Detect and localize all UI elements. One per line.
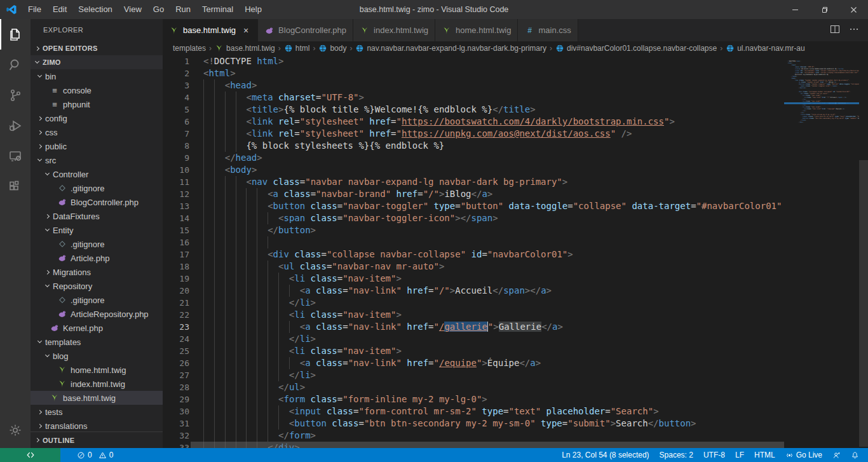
tree-item-config[interactable]: config <box>31 111 163 125</box>
code-line-21[interactable]: 21 </li> <box>163 297 784 309</box>
code-line-10[interactable]: 10 <body> <box>163 164 784 176</box>
code-area[interactable]: 1<!DOCTYPE html>2<html>3 <head>4 <meta c… <box>163 55 784 448</box>
breadcrumb-base.html.twig[interactable]: base.html.twig <box>215 44 275 53</box>
problems-status[interactable]: 0 0 <box>72 448 118 462</box>
settings-gear-icon[interactable] <box>0 415 31 445</box>
tree-item-phpunit[interactable]: ≡phpunit <box>31 97 163 111</box>
menu-terminal[interactable]: Terminal <box>196 0 239 19</box>
tab-BlogController.php[interactable]: BlogController.php <box>258 19 353 41</box>
tree-item-blog[interactable]: blog <box>31 349 163 363</box>
code-line-22[interactable]: 22 <li class="nav-item"> <box>163 309 784 321</box>
encoding-status[interactable]: UTF-8 <box>698 448 730 462</box>
horizontal-scrollbar[interactable] <box>191 442 784 448</box>
tree-item-Migrations[interactable]: Migrations <box>31 265 163 279</box>
more-actions-icon[interactable] <box>849 24 859 37</box>
remote-indicator[interactable] <box>0 448 60 462</box>
code-line-6[interactable]: 6 <link rel="stylesheet" href="https://b… <box>163 116 784 128</box>
code-line-13[interactable]: 13 <button class="navbar-toggler" type="… <box>163 200 784 212</box>
code-line-26[interactable]: 26 <a class="nav-link" href="/equipe">Éq… <box>163 357 784 369</box>
tree-item-templates[interactable]: templates <box>31 335 163 349</box>
tree-item-public[interactable]: public <box>31 139 163 153</box>
code-line-28[interactable]: 28 </ul> <box>163 381 784 393</box>
tree-item-ArticleRepository.php[interactable]: ArticleRepository.php <box>31 307 163 321</box>
code-line-17[interactable]: 17 <div class="collapse navbar-collapse"… <box>163 248 784 261</box>
code-line-25[interactable]: 25 <li class="nav-item"> <box>163 345 784 357</box>
tree-item-Entity[interactable]: Entity <box>31 223 163 237</box>
code-line-9[interactable]: 9 </head> <box>163 152 784 164</box>
source-control-icon[interactable] <box>0 80 31 111</box>
go-live-button[interactable]: Go Live <box>780 448 827 462</box>
tab-main.css[interactable]: #main.css <box>518 19 578 41</box>
close-icon[interactable] <box>839 0 868 19</box>
code-line-32[interactable]: 32 </form> <box>163 430 784 442</box>
code-line-3[interactable]: 3 <head> <box>163 79 784 92</box>
breadcrumb-body[interactable]: body <box>318 44 346 53</box>
tree-item-index.html.twig[interactable]: index.html.twig <box>31 377 163 391</box>
eol-status[interactable]: LF <box>730 448 749 462</box>
section-open-editors[interactable]: OPEN EDITORS <box>31 41 163 55</box>
tab-base.html.twig[interactable]: base.html.twig× <box>163 19 258 41</box>
breadcrumb-div#navbarColor01.collapse.navbar-collapse[interactable]: div#navbarColor01.collapse.navbar-collap… <box>555 44 717 53</box>
tree-item-Repository[interactable]: Repository <box>31 279 163 293</box>
minimap[interactable]: <!DOCTYPE html><html> <head> <meta chars… <box>784 55 859 448</box>
tree-item-.gitignore[interactable]: .gitignore <box>31 293 163 307</box>
menu-file[interactable]: File <box>22 0 47 19</box>
split-editor-icon[interactable] <box>830 24 840 37</box>
menu-go[interactable]: Go <box>147 0 170 19</box>
language-mode[interactable]: HTML <box>749 448 780 462</box>
tree-item-.gitignore[interactable]: .gitignore <box>31 181 163 195</box>
run-debug-icon[interactable] <box>0 111 31 141</box>
tab-index.html.twig[interactable]: index.html.twig <box>353 19 435 41</box>
tree-item-Kernel.php[interactable]: Kernel.php <box>31 321 163 335</box>
section-outline[interactable]: OUTLINE <box>31 431 163 448</box>
code-line-4[interactable]: 4 <meta charset="UTF-8"> <box>163 92 784 104</box>
tree-item-css[interactable]: css <box>31 125 163 139</box>
restore-icon[interactable] <box>810 0 839 19</box>
tree-item-home.html.twig[interactable]: home.html.twig <box>31 363 163 377</box>
menu-selection[interactable]: Selection <box>72 0 118 19</box>
section-project-zimo[interactable]: ZIMO <box>31 55 163 69</box>
tree-item-console[interactable]: ≡console <box>31 83 163 97</box>
tree-item-bin[interactable]: bin <box>31 69 163 83</box>
code-line-11[interactable]: 11 <nav class="navbar navbar-expand-lg n… <box>163 176 784 188</box>
tree-item-Article.php[interactable]: Article.php <box>31 251 163 265</box>
breadcrumb-html[interactable]: html <box>284 44 310 53</box>
remote-explorer-icon[interactable] <box>0 141 31 172</box>
tab-home.html.twig[interactable]: home.html.twig <box>435 19 518 41</box>
tree-item-base.html.twig[interactable]: base.html.twig <box>31 391 163 405</box>
tree-item-tests[interactable]: tests <box>31 405 163 419</box>
tree-item-BlogController.php[interactable]: BlogController.php <box>31 195 163 209</box>
feedback-icon[interactable] <box>827 448 846 462</box>
code-line-15[interactable]: 15 </button> <box>163 224 784 236</box>
code-line-31[interactable]: 31 <button class="btn btn-secondary my-2… <box>163 418 784 430</box>
code-line-1[interactable]: 1<!DOCTYPE html> <box>163 55 784 67</box>
code-line-7[interactable]: 7 <link rel="stylesheet" href="https://u… <box>163 128 784 140</box>
vertical-scrollbar[interactable] <box>859 55 868 448</box>
minimize-icon[interactable] <box>780 0 810 19</box>
breadcrumb-ul.navbar-nav.mr-au[interactable]: ul.navbar-nav.mr-au <box>726 44 805 53</box>
cursor-position[interactable]: Ln 23, Col 54 (8 selected) <box>557 448 654 462</box>
tree-item-DataFixtures[interactable]: DataFixtures <box>31 209 163 223</box>
explorer-icon[interactable] <box>0 19 31 50</box>
code-line-20[interactable]: 20 <a class="nav-link" href="/">Accueil<… <box>163 285 784 297</box>
code-line-27[interactable]: 27 </li> <box>163 369 784 381</box>
tree-item-Controller[interactable]: Controller <box>31 167 163 181</box>
tab-close-icon[interactable]: × <box>241 25 251 36</box>
menu-run[interactable]: Run <box>170 0 196 19</box>
breadcrumb-templates[interactable]: templates <box>173 44 206 53</box>
code-line-18[interactable]: 18 <ul class="navbar-nav mr-auto"> <box>163 261 784 273</box>
code-line-8[interactable]: 8 {% block stylesheets %}{% endblock %} <box>163 140 784 152</box>
code-line-23[interactable]: 23 <a class="nav-link" href="/gallerie">… <box>163 321 784 333</box>
code-line-29[interactable]: 29 <form class="form-inline my-2 my-lg-0… <box>163 393 784 405</box>
code-line-2[interactable]: 2<html> <box>163 67 784 79</box>
tree-item-.gitignore[interactable]: .gitignore <box>31 237 163 251</box>
notifications-bell-icon[interactable] <box>846 448 864 462</box>
extensions-icon[interactable] <box>0 172 31 202</box>
code-line-19[interactable]: 19 <li class="nav-item"> <box>163 273 784 285</box>
menu-help[interactable]: Help <box>239 0 268 19</box>
tree-item-translations[interactable]: translations <box>31 419 163 431</box>
breadcrumb-nav.navbar.navbar-expand-lg.navbar-dark.bg-primary[interactable]: nav.navbar.navbar-expand-lg.navbar-dark.… <box>355 44 546 53</box>
indentation-status[interactable]: Spaces: 2 <box>654 448 698 462</box>
code-line-14[interactable]: 14 <span class="navbar-toggler-icon"></s… <box>163 212 784 224</box>
code-line-5[interactable]: 5 <title>{% block title %}Welcome!{% end… <box>163 104 784 116</box>
